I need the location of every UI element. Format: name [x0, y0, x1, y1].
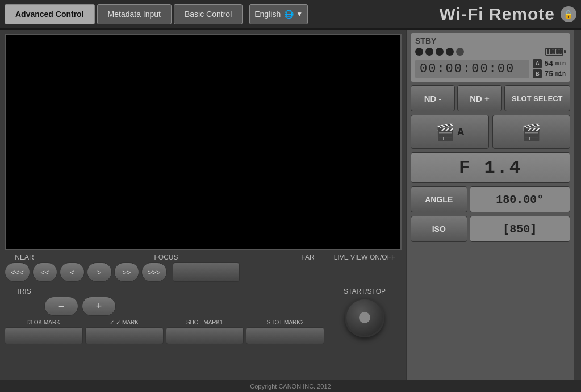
focus-section: NEAR FOCUS FAR LIVE VIEW ON/OFF <<< << <…: [5, 253, 402, 282]
iso-value: [850]: [470, 216, 571, 242]
marks-section: ☑ OK MARK ✓ ✓ MARK SHOT MARK1 SHOT MARK2: [5, 319, 324, 344]
live-view-button[interactable]: [173, 262, 240, 282]
iso-row: ISO [850]: [411, 216, 570, 242]
focus-nn-button[interactable]: <<: [32, 262, 57, 282]
camera-viewport: [5, 34, 402, 250]
battery-icon: [545, 48, 566, 56]
slot-a-info: A 54 min: [533, 59, 566, 68]
live-view-label: LIVE VIEW ON/OFF: [328, 253, 402, 261]
slot-buttons: 🎬 A 🎬: [411, 115, 570, 149]
angle-value: 180.00°: [470, 186, 571, 212]
ok-icon: ☑: [27, 319, 32, 326]
header: Advanced Control Metadata Input Basic Co…: [0, 0, 581, 30]
slot-a-label: A: [533, 59, 542, 68]
right-panel: STBY: [406, 30, 574, 380]
tab-metadata-input[interactable]: Metadata Input: [97, 4, 172, 24]
start-stop-section: START/STOP: [328, 287, 402, 337]
focus-n-button[interactable]: <: [60, 262, 85, 282]
copyright-text: Copyright CANON INC. 2012: [250, 383, 331, 390]
media-info: A 54 min B 75 min: [533, 59, 566, 78]
main-content: NEAR FOCUS FAR LIVE VIEW ON/OFF <<< << <…: [0, 30, 581, 380]
shot-mark1-button[interactable]: [166, 327, 244, 344]
shot-mark1-label: SHOT MARK1: [186, 319, 223, 326]
slot-b-info: B 75 min: [533, 69, 566, 78]
near-label: NEAR: [5, 253, 44, 261]
footer: Copyright CANON INC. 2012: [0, 380, 581, 392]
slot-a-text: A: [457, 126, 465, 138]
shot-mark2-button[interactable]: [246, 327, 324, 344]
app-title: Wi-Fi Remote 🔒: [440, 5, 576, 24]
focus-ff-button[interactable]: >>: [114, 262, 139, 282]
dot-3: [436, 48, 444, 56]
ok-mark-label: OK MARK: [34, 319, 60, 326]
shot-mark2-label: SHOT MARK2: [267, 319, 304, 326]
nd-plus-button[interactable]: ND +: [457, 85, 501, 111]
nd-minus-button[interactable]: ND -: [411, 85, 455, 111]
iris-label: IRIS: [5, 287, 44, 295]
focus-nnn-button[interactable]: <<<: [5, 262, 30, 282]
iris-section: IRIS − + ☑ OK MARK ✓: [5, 287, 324, 344]
ok-mark-button[interactable]: [5, 327, 83, 344]
globe-icon: 🌐: [284, 10, 294, 19]
indicator-dots: [415, 48, 566, 56]
status-display: STBY: [411, 33, 570, 82]
check-mark-button[interactable]: [85, 327, 164, 344]
stby-text: STBY: [415, 36, 566, 45]
tab-advanced-control[interactable]: Advanced Control: [5, 4, 95, 24]
focus-fff-button[interactable]: >>>: [141, 262, 167, 282]
nd-controls: ND - ND + SLOT SELECT: [411, 85, 570, 111]
slot-select-button[interactable]: SLOT SELECT: [504, 85, 570, 111]
dot-4: [446, 48, 454, 56]
slot-b-media-icon: 🎬: [521, 123, 541, 141]
slot-a-media-icon: 🎬: [435, 123, 455, 141]
iris-plus-button[interactable]: +: [82, 297, 116, 316]
iris-minus-button[interactable]: −: [44, 297, 78, 316]
chevron-down-icon: ▼: [296, 10, 303, 18]
iso-button[interactable]: ISO: [411, 216, 467, 242]
language-selector[interactable]: English 🌐 ▼: [249, 4, 308, 24]
timecode-row: 00:00:00:00 A 54 min B 75 min: [415, 59, 566, 78]
slot-b-button[interactable]: 🎬: [492, 115, 571, 149]
dot-1: [415, 48, 423, 56]
language-text: English: [254, 10, 281, 19]
angle-button[interactable]: ANGLE: [411, 186, 467, 212]
focus-f-button[interactable]: >: [87, 262, 112, 282]
angle-row: ANGLE 180.00°: [411, 186, 570, 212]
aperture-display: F 1.4: [411, 152, 570, 183]
dot-2: [425, 48, 433, 56]
left-panel: NEAR FOCUS FAR LIVE VIEW ON/OFF <<< << <…: [0, 30, 406, 380]
slot-b-label: B: [533, 69, 542, 78]
slot-a-button[interactable]: 🎬 A: [411, 115, 489, 149]
dot-5: [456, 48, 464, 56]
tab-basic-control[interactable]: Basic Control: [174, 4, 243, 24]
check-icon: ✓: [110, 319, 114, 326]
far-label: FAR: [288, 253, 328, 261]
lock-icon[interactable]: 🔒: [561, 6, 576, 22]
timecode-display: 00:00:00:00: [415, 60, 529, 78]
focus-label: FOCUS: [44, 253, 288, 261]
check-mark-label: ✓ MARK: [116, 319, 139, 326]
start-stop-button[interactable]: [345, 298, 384, 337]
start-stop-label: START/STOP: [344, 287, 386, 295]
